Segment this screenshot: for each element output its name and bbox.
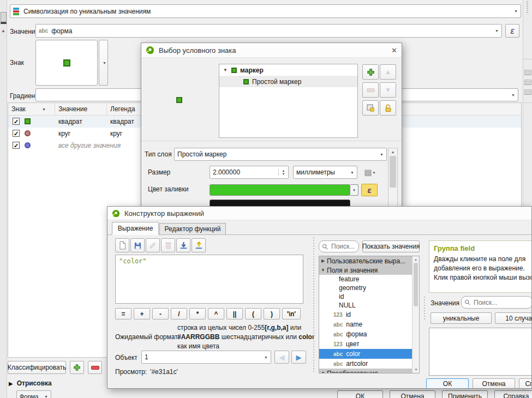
spin-down-icon[interactable]: ▼ <box>282 172 285 176</box>
tree-scrollbar[interactable]: ▲ ▼ <box>412 256 419 373</box>
size-spinbox[interactable]: 2.000000 ▲ ▼ <box>210 166 289 179</box>
move-down-button[interactable]: ▼ <box>380 82 396 98</box>
spin-arrows[interactable]: ▲ ▼ <box>278 169 288 176</box>
size-units-combo[interactable]: миллиметры ▼ <box>293 166 357 179</box>
delete-expression-button[interactable] <box>161 238 175 252</box>
import-expressions-button[interactable] <box>176 238 190 252</box>
close-icon[interactable]: ✕ <box>391 46 397 55</box>
tab-expression[interactable]: Выражение <box>112 222 159 235</box>
tree-item[interactable]: feature <box>319 275 419 284</box>
dialog-titlebar[interactable]: Выбор условного знака ✕ <box>141 43 402 58</box>
symbol-dropdown-button[interactable]: ▼ <box>99 40 108 86</box>
ok-button[interactable]: ОК <box>337 390 383 398</box>
expression-editor[interactable]: "color" <box>115 255 303 304</box>
properties-scrollbar[interactable]: ▲ <box>388 148 398 207</box>
new-expression-button[interactable] <box>115 238 129 252</box>
function-search-input[interactable] <box>319 240 359 252</box>
export-expressions-button[interactable] <box>192 238 206 252</box>
values-search-field[interactable] <box>473 298 529 307</box>
fill-color-button[interactable] <box>210 184 350 196</box>
value-field-combo[interactable]: abc форма ▼ <box>35 24 502 38</box>
shape-combo[interactable]: Форма ▼ <box>16 390 51 398</box>
add-category-button[interactable] <box>70 361 84 374</box>
render-group-header[interactable]: ▶ Отрисовка <box>9 379 52 387</box>
fill-color-dropdown[interactable]: ▼ <box>350 184 358 196</box>
row-checkbox[interactable]: ✓ <box>13 142 20 149</box>
tree-item[interactable]: abc name <box>319 319 419 329</box>
operator-button[interactable]: / <box>171 308 187 319</box>
operator-button[interactable]: ( <box>245 308 261 319</box>
symbol-tree-root[interactable]: ▼ маркер <box>219 64 357 76</box>
tree-item[interactable]: NULL <box>319 301 419 310</box>
value-expression-button[interactable]: ε <box>505 24 519 38</box>
search-field[interactable] <box>330 242 356 251</box>
scroll-up-icon[interactable]: ▲ <box>388 148 397 154</box>
column-divider[interactable] <box>55 103 55 116</box>
column-header-legend[interactable]: Легенда <box>110 105 135 113</box>
operator-button[interactable]: - <box>152 308 169 319</box>
splitter-handle[interactable] <box>313 237 314 373</box>
values-search-input[interactable] <box>461 296 532 309</box>
edit-expression-button[interactable] <box>146 238 160 252</box>
renderer-type-combo[interactable]: Символизация по уникальным значениям ▼ <box>10 4 521 18</box>
show-values-button[interactable]: Показать значения <box>362 240 420 252</box>
feature-combo[interactable]: 1 ▼ <box>141 351 271 364</box>
sample-values-button[interactable]: 10 случайных <box>495 312 532 324</box>
operator-button[interactable]: '\n' <box>282 308 301 319</box>
scroll-thumb[interactable] <box>390 156 396 188</box>
tree-item[interactable]: id <box>319 292 419 301</box>
add-symbol-layer-button[interactable] <box>362 64 379 80</box>
expanded-arrow-icon[interactable]: ▼ <box>319 371 327 373</box>
prev-feature-button[interactable]: ◀ <box>274 351 289 364</box>
expanded-arrow-icon[interactable]: ▼ <box>222 68 229 73</box>
unique-values-button[interactable]: уникальные <box>431 312 492 324</box>
apply-button[interactable]: Применить <box>442 390 488 398</box>
ok-button[interactable]: ОК <box>426 378 469 389</box>
tree-group[interactable]: ▼ Поля и значения <box>319 266 413 275</box>
row-checkbox[interactable]: ✓ <box>13 130 20 137</box>
column-header-value[interactable]: Значение <box>58 105 87 113</box>
scroll-thumb[interactable] <box>414 263 418 306</box>
tree-group[interactable]: ▼ Преобразования <box>319 369 413 373</box>
values-list[interactable] <box>429 328 532 376</box>
operator-button[interactable]: ) <box>264 308 280 319</box>
tree-item[interactable]: 123 id <box>319 310 419 319</box>
symbol-preview-button[interactable] <box>35 40 98 86</box>
operator-button[interactable]: ^ <box>208 308 224 319</box>
scroll-up-icon[interactable]: ▲ <box>413 256 419 261</box>
operator-button[interactable]: * <box>189 308 206 319</box>
cancel-button[interactable]: Отмена <box>473 378 515 389</box>
layer-type-combo[interactable]: Простой маркер ▼ <box>174 148 387 161</box>
help-button[interactable]: Справка <box>519 378 532 389</box>
splitter-handle[interactable] <box>424 297 425 321</box>
tree-item[interactable]: 123 цвет <box>319 339 419 349</box>
size-data-defined-button[interactable]: ▼ <box>362 167 378 178</box>
row-checkbox[interactable]: ✓ <box>13 118 20 125</box>
column-header-symbol[interactable]: Знак <box>11 105 26 113</box>
save-expression-button[interactable] <box>130 238 145 252</box>
tree-item[interactable]: geometry <box>319 284 419 292</box>
expanded-arrow-icon[interactable]: ▼ <box>319 268 327 273</box>
remove-category-button[interactable] <box>88 361 102 374</box>
duplicate-symbol-layer-button[interactable] <box>362 100 379 116</box>
help-button[interactable]: Справка <box>494 390 532 398</box>
classify-button[interactable]: Классифицировать <box>8 361 66 374</box>
tree-item[interactable]: abc artcolor <box>319 359 419 369</box>
fill-color-override-button[interactable]: ε <box>361 184 378 196</box>
operator-button[interactable]: || <box>226 308 243 319</box>
dialog-titlebar[interactable]: Конструктор выражений <box>107 207 531 220</box>
lock-colors-button[interactable] <box>380 100 396 116</box>
next-feature-button[interactable]: ▶ <box>291 351 306 364</box>
tree-group[interactable]: ▶ Пользовательские выра... <box>319 256 413 266</box>
operator-button[interactable]: + <box>134 308 150 319</box>
symbol-tree-child[interactable]: Простой маркер <box>219 76 357 87</box>
scroll-down-icon[interactable]: ▼ <box>413 368 420 371</box>
cancel-button[interactable]: Отмена <box>390 390 435 398</box>
move-up-button[interactable]: ▲ <box>380 64 396 80</box>
column-divider[interactable] <box>106 103 107 116</box>
collapsed-arrow-icon[interactable]: ▶ <box>319 258 327 263</box>
tree-item-selected[interactable]: abc color <box>319 349 420 359</box>
tab-function-editor[interactable]: Редактор функций <box>159 223 226 235</box>
operator-button[interactable]: = <box>115 308 131 319</box>
remove-symbol-layer-button[interactable] <box>362 82 379 98</box>
